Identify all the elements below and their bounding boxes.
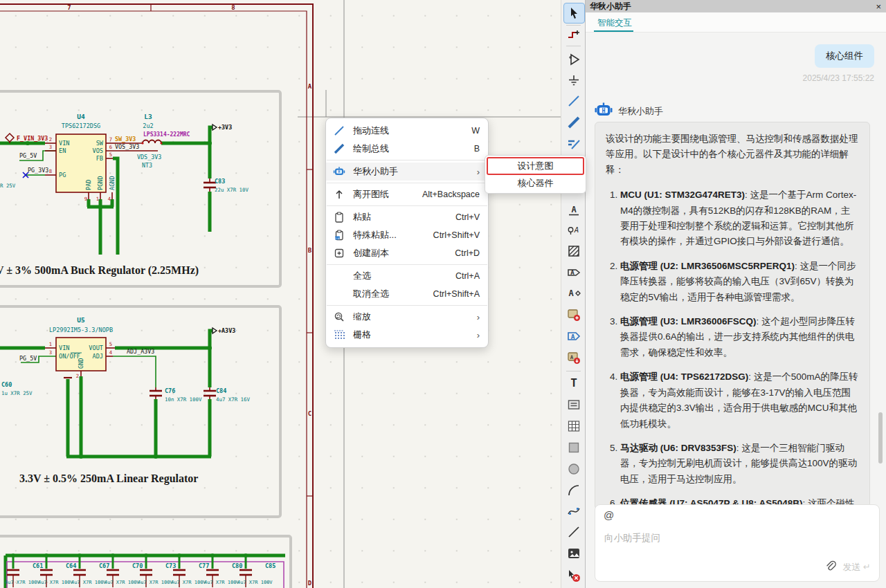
import-hierarchical-label-icon[interactable]: A	[566, 328, 581, 344]
net-label-adj-a3v3[interactable]: ADJ_A3V3	[127, 348, 154, 355]
net-label-nt3[interactable]: NT3	[142, 162, 152, 169]
submenu-item-core-components[interactable]: 核心器件	[487, 175, 584, 192]
chat-scrollbar[interactable]	[878, 412, 883, 463]
list-item: 电源管理 (U3: LMR36006FSCQ): 这个超小型同步降压转换器提供0…	[620, 314, 859, 360]
menu-item-paste-special[interactable]: P:42 特殊粘贴... Ctrl+Shift+V	[326, 226, 488, 244]
rule-area-icon[interactable]	[566, 243, 581, 259]
net-label-pg-5v[interactable]: PG_5V	[19, 152, 37, 159]
c83-ref: C83	[215, 178, 225, 185]
frame-row-d: D	[308, 580, 312, 587]
tab-active-underline	[594, 30, 633, 32]
paste-icon	[332, 211, 345, 223]
robot-icon: H	[332, 165, 345, 178]
svg-text:PGND: PGND	[97, 176, 104, 190]
svg-text:C73: C73	[165, 562, 176, 569]
net-label-icon[interactable]: A	[566, 202, 581, 218]
tab-smart-interaction[interactable]: 智能交互	[597, 17, 632, 29]
highlight-net-icon[interactable]	[566, 26, 581, 42]
svg-text:T: T	[570, 376, 577, 389]
c84-ref: C84	[216, 387, 226, 394]
bus-icon	[332, 143, 345, 155]
menu-item-drag-wire[interactable]: 拖动连线 W	[326, 122, 488, 140]
svg-text:C80: C80	[232, 562, 242, 569]
delete-tool-icon[interactable]	[566, 567, 581, 583]
c83-value: 22u X7R 10V	[215, 187, 248, 193]
text-box-icon[interactable]	[566, 396, 581, 412]
global-label-icon[interactable]: A	[566, 264, 581, 280]
chat-input-card[interactable]: @ 向小助手提问 发送 ↵	[595, 504, 880, 582]
net-label-f-vin-3v3[interactable]: F_VIN_3V3	[17, 135, 48, 142]
svg-text:H: H	[602, 107, 605, 114]
place-symbol-icon[interactable]	[566, 51, 581, 67]
menu-item-draw-bus[interactable]: 绘制总线 B	[326, 140, 488, 158]
svg-text:A: A	[570, 269, 575, 276]
select-tool-icon[interactable]	[566, 5, 581, 21]
net-label-vos-3v3[interactable]: VOS_3V3	[115, 143, 139, 150]
wire-to-bus-entry-icon[interactable]	[566, 136, 581, 151]
net-label-pg-5v-2[interactable]: PG_5V	[19, 355, 37, 362]
assistant-name: 华秋小助手	[618, 105, 663, 118]
arc-icon[interactable]	[566, 482, 581, 498]
svg-text:ADJ: ADJ	[92, 353, 103, 360]
c84-value: 4u7 X7R 16V	[216, 396, 250, 403]
svg-text:+3V3: +3V3	[218, 124, 232, 131]
svg-text:8: 8	[49, 168, 52, 174]
svg-text:4: 4	[109, 349, 112, 356]
draw-bus-icon[interactable]	[566, 114, 581, 130]
hierarchical-label-icon[interactable]: A	[566, 285, 581, 301]
svg-text:GND: GND	[78, 358, 84, 369]
add-sheet-icon[interactable]	[566, 306, 581, 322]
menu-item-zoom[interactable]: 缩放 ›	[326, 308, 488, 326]
table-icon[interactable]	[566, 418, 581, 434]
menu-item-grid[interactable]: 栅格 ›	[326, 326, 488, 344]
linear-section-title: 3.3V ± 0.5% 250mA Linear Regulator	[19, 472, 198, 485]
svg-text:2: 2	[76, 373, 79, 379]
chat-input-placeholder[interactable]: 向小助手提问	[604, 532, 660, 544]
svg-text:C64: C64	[66, 562, 76, 569]
mention-at-icon[interactable]: @	[604, 509, 614, 521]
kicad-schematic-window: 7 8 A B C D	[0, 0, 886, 588]
frame-col-7: 7	[67, 4, 71, 11]
svg-text:C67: C67	[99, 562, 109, 569]
sheet-pin-icon[interactable]: A	[566, 349, 581, 365]
submenu-item-design-intent[interactable]: 设计意图	[487, 157, 584, 175]
bezier-icon[interactable]	[566, 503, 581, 519]
text-icon[interactable]: T	[566, 375, 581, 391]
svg-text:1: 1	[49, 341, 52, 347]
net-label-sw-3v3[interactable]: SW_3V3	[115, 136, 136, 143]
directive-label-icon[interactable]: A	[566, 221, 581, 237]
close-icon[interactable]: ×	[876, 1, 886, 12]
paste-special-icon: P:42	[332, 229, 345, 241]
net-label-pg-3v3[interactable]: PG_3V3	[28, 167, 48, 174]
draw-wire-icon[interactable]	[566, 93, 581, 109]
enter-key-icon: ↵	[863, 562, 871, 572]
image-icon[interactable]	[566, 545, 581, 561]
svg-text:4u7 X7R 100V: 4u7 X7R 100V	[171, 580, 206, 585]
assistant-avatar-robot-icon: H	[595, 101, 613, 122]
attachment-paperclip-icon[interactable]	[824, 560, 836, 575]
svg-text:H: H	[338, 169, 340, 174]
c76-value: 10n X7R 100V	[165, 396, 202, 403]
circle-icon[interactable]	[566, 461, 581, 477]
place-power-port-icon[interactable]	[566, 72, 581, 88]
net-label-vds-3v3[interactable]: VDS_3V3	[137, 154, 161, 160]
svg-text:PG: PG	[59, 172, 66, 178]
assistant-submenu: 设计意图 核心器件	[485, 155, 586, 194]
menu-item-duplicate[interactable]: 创建副本 Ctrl+D	[326, 244, 488, 262]
menu-item-paste[interactable]: 粘贴 Ctrl+V	[326, 208, 488, 226]
menu-item-leave-sheet[interactable]: 离开图纸 Alt+Backspace	[326, 185, 488, 203]
svg-text:VOUT: VOUT	[89, 344, 103, 351]
menu-item-select-all[interactable]: 全选 Ctrl+A	[326, 267, 488, 285]
send-button[interactable]: 发送 ↵	[842, 561, 871, 573]
svg-text:9: 9	[84, 196, 87, 202]
svg-text:A: A	[570, 353, 573, 360]
rectangle-icon[interactable]	[566, 439, 581, 455]
svg-text:4u7 X7R 100V: 4u7 X7R 100V	[204, 580, 239, 585]
panel-tabbar: 智能交互	[586, 12, 886, 33]
line-icon[interactable]	[566, 524, 581, 540]
svg-text:A: A	[573, 226, 579, 235]
menu-item-unselect-all[interactable]: 取消全选 Ctrl+Shift+A	[326, 285, 488, 303]
menu-item-hq-assistant[interactable]: H 华秋小助手 ›	[326, 163, 488, 181]
context-menu: 拖动连线 W 绘制总线 B H 华秋小助手 › 离开图纸 Alt+Backspa…	[325, 118, 489, 348]
svg-text:4: 4	[108, 196, 111, 202]
